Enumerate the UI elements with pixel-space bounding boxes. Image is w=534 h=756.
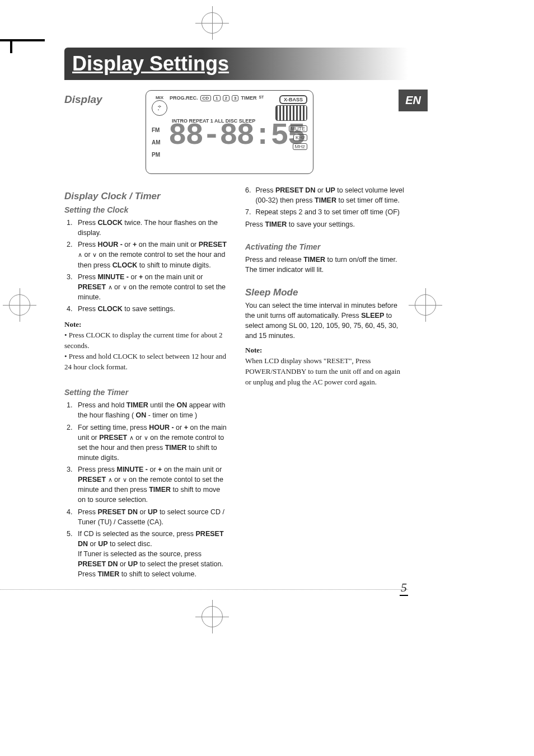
banner-title: Display Settings bbox=[64, 48, 408, 80]
lcd-digits: 88-88:55 bbox=[168, 119, 305, 153]
lcd-xbass: X-BASS bbox=[279, 95, 307, 104]
wedge-up-icon bbox=[108, 283, 113, 291]
step: Press HOUR - or + on the main unit or PR… bbox=[74, 240, 227, 270]
setting-timer-steps: Press and hold TIMER until the ON appear… bbox=[64, 400, 227, 579]
mix-icon: •|•• bbox=[152, 100, 167, 116]
wedge-down-icon bbox=[92, 251, 97, 259]
lcd-mhz: MHz bbox=[293, 143, 308, 150]
dashed-rule bbox=[0, 589, 408, 590]
wedge-down-icon bbox=[123, 283, 127, 291]
step: Press press MINUTE - or + on the main un… bbox=[74, 464, 227, 505]
step: Press CLOCK twice. The hour flashes on t… bbox=[74, 218, 227, 238]
step-6: 6. Press PRESET DN or UP to select volum… bbox=[245, 185, 408, 205]
setting-clock-heading: Setting the Clock bbox=[64, 205, 227, 214]
step: Press CLOCK to save settings. bbox=[74, 304, 227, 314]
lcd-st-label: ST bbox=[259, 95, 264, 99]
wedge-up-icon bbox=[129, 434, 134, 442]
note-title: Note: bbox=[64, 320, 227, 330]
sleep-body: You can select the time interval in minu… bbox=[245, 300, 408, 341]
step: If CD is selected as the source, press P… bbox=[74, 529, 227, 580]
step: For setting time, press HOUR - or + on t… bbox=[74, 422, 227, 463]
right-column: 6. Press PRESET DN or UP to select volum… bbox=[245, 185, 408, 585]
lcd-cd-tag: CD bbox=[200, 95, 212, 101]
lcd-prog-rec: PROG.REC. bbox=[170, 95, 198, 101]
clock-note: Note: • Press CLOCK to display the curre… bbox=[64, 320, 227, 372]
band-pm: PM bbox=[152, 149, 161, 161]
band-am: AM bbox=[152, 137, 161, 149]
sleep-mode-heading: Sleep Mode bbox=[245, 287, 408, 298]
lcd-2-tag: 2 bbox=[223, 95, 229, 101]
step: Press PRESET DN or UP to select source C… bbox=[74, 507, 227, 527]
lcd-khz: KHz bbox=[293, 134, 307, 141]
lcd-panel: MIX •|•• PROG.REC. CD 1 2 3 TIMER ST X-B… bbox=[146, 90, 313, 174]
note-body: • Press CLOCK to display the current tim… bbox=[64, 330, 227, 351]
band-labels: FM AM PM bbox=[152, 124, 161, 161]
save-settings-line: Press TIMER to save your settings. bbox=[245, 219, 408, 229]
band-fm: FM bbox=[152, 124, 161, 137]
language-badge: EN bbox=[399, 90, 428, 111]
lcd-3-tag: 3 bbox=[232, 95, 238, 101]
lcd-1-tag: 1 bbox=[213, 95, 220, 101]
setting-clock-steps: Press CLOCK twice. The hour flashes on t… bbox=[64, 218, 227, 314]
display-heading: Display bbox=[64, 93, 137, 106]
left-column: Display Clock / Timer Setting the Clock … bbox=[64, 185, 227, 585]
clock-timer-heading: Display Clock / Timer bbox=[64, 191, 227, 202]
crop-mark-bottom bbox=[202, 606, 223, 627]
step: Press and hold TIMER until the ON appear… bbox=[74, 400, 227, 420]
sleep-note: Note: When LCD display shows "RESET", Pr… bbox=[245, 345, 408, 387]
lcd-timer-tag: TIMER bbox=[241, 95, 256, 101]
activating-body: Press and release TIMER to turn on/off t… bbox=[245, 255, 408, 275]
wedge-up-icon bbox=[78, 251, 82, 259]
wedge-down-icon bbox=[123, 476, 127, 483]
wedge-up-icon bbox=[108, 476, 113, 483]
page-number: 5 bbox=[400, 580, 408, 596]
wedge-down-icon bbox=[144, 434, 148, 442]
setting-timer-heading: Setting the Timer bbox=[64, 388, 227, 397]
step: Press MINUTE - or + on the main unit or … bbox=[74, 272, 227, 302]
activating-timer-heading: Activating the Timer bbox=[245, 242, 408, 251]
note-title: Note: bbox=[245, 345, 408, 356]
note-body: When LCD display shows "RESET", Press PO… bbox=[245, 356, 408, 388]
lcd-mute: MUTE bbox=[289, 125, 308, 132]
step-7: 7. Repeat steps 2 and 3 to set timer off… bbox=[245, 207, 408, 217]
lcd-mix-label: MIX bbox=[156, 95, 163, 100]
note-body: • Press and hold CLOCK to select between… bbox=[64, 351, 227, 373]
